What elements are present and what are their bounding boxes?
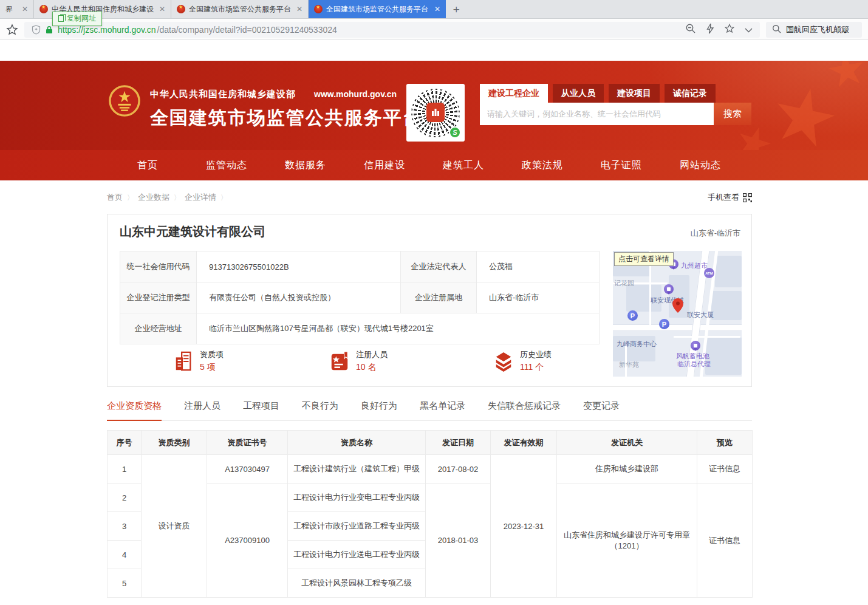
emblem-favicon-icon bbox=[177, 5, 185, 13]
stat-qualifications[interactable]: 资质项 5 项 bbox=[173, 349, 224, 373]
table-row: 统一社会信用代码 91371302675501022B 企业法定代表人 公茂福 bbox=[120, 251, 600, 282]
copy-url-tooltip: 复制网址 bbox=[52, 12, 102, 26]
tab-title: 界 bbox=[5, 4, 13, 15]
close-icon[interactable]: ✕ bbox=[22, 5, 28, 13]
nav-item-supervision-news[interactable]: 监管动态 bbox=[187, 159, 266, 172]
qualification-table: 序号 资质类别 资质证书号 资质名称 发证日期 发证有效期 发证机关 预览 1 … bbox=[107, 430, 753, 598]
nav-item-data-service[interactable]: 数据服务 bbox=[266, 159, 345, 172]
tab-blacklist[interactable]: 黑名单记录 bbox=[420, 400, 465, 420]
tab-dishonesty-records[interactable]: 失信联合惩戒记录 bbox=[488, 400, 561, 420]
reg-place-value: 山东省-临沂市 bbox=[477, 282, 600, 313]
seq-cell: 1 bbox=[108, 455, 142, 484]
col-validity: 发证有效期 bbox=[491, 431, 557, 455]
shield-icon[interactable] bbox=[32, 25, 41, 35]
close-icon[interactable]: ✕ bbox=[159, 5, 165, 13]
favorite-star-icon[interactable] bbox=[724, 23, 735, 36]
stat-value: 5 项 bbox=[200, 362, 224, 373]
qr-code: S bbox=[406, 84, 465, 142]
tab-registered-personnel[interactable]: 注册人员 bbox=[184, 400, 220, 420]
nav-item-site-news[interactable]: 网站动态 bbox=[661, 159, 740, 172]
qual-name-cell: 工程设计电力行业变电工程专业丙级 bbox=[288, 484, 426, 512]
certificate-info-link[interactable]: 证书信息 bbox=[697, 484, 753, 598]
certificate-info-link[interactable]: 证书信息 bbox=[697, 455, 753, 484]
address-label: 企业经营地址 bbox=[120, 313, 197, 344]
tab-good-behavior[interactable]: 良好行为 bbox=[361, 400, 397, 420]
company-region: 山东省-临沂市 bbox=[691, 228, 740, 239]
url-bar[interactable]: https://jzsc.mohurd.gov.cn/data/company/… bbox=[24, 22, 760, 38]
close-icon[interactable]: ✕ bbox=[434, 5, 440, 13]
qr-center-logo-icon bbox=[426, 103, 445, 122]
tab-bad-behavior[interactable]: 不良行为 bbox=[302, 400, 338, 420]
map-label: 联安大厦 bbox=[687, 310, 714, 320]
tab-projects[interactable]: 工程项目 bbox=[243, 400, 279, 420]
company-stats: 资质项 5 项 注册人员 10 名 bbox=[120, 349, 599, 378]
search-icon bbox=[772, 24, 781, 35]
browser-toolbar: https://jzsc.mohurd.gov.cn/data/company/… bbox=[0, 19, 868, 40]
breadcrumb-enterprise-detail[interactable]: 企业详情 bbox=[185, 192, 216, 203]
map-label: ATM bbox=[705, 272, 713, 275]
col-seq: 序号 bbox=[108, 431, 142, 455]
company-info-table: 统一社会信用代码 91371302675501022B 企业法定代表人 公茂福 … bbox=[120, 251, 600, 344]
lightning-icon[interactable] bbox=[706, 23, 714, 36]
validity-cell: 2023-12-31 bbox=[491, 455, 557, 598]
reg-place-label: 企业注册属地 bbox=[401, 282, 477, 313]
nav-item-e-license[interactable]: 电子证照 bbox=[582, 159, 661, 172]
stat-label: 注册人员 bbox=[356, 349, 388, 360]
table-row: 1 设计资质 A137030497 工程设计建筑行业（建筑工程）甲级 2017-… bbox=[108, 455, 753, 484]
stat-history[interactable]: 历史业绩 111 个 bbox=[493, 349, 552, 373]
tab-qualification[interactable]: 企业资质资格 bbox=[107, 400, 162, 421]
map-label: 记花园 bbox=[614, 279, 634, 288]
national-emblem-icon bbox=[108, 84, 141, 121]
map-label: 九州超市 bbox=[681, 261, 708, 270]
map-label: 九峰商务中心 bbox=[617, 340, 657, 349]
issue-date-cell: 2018-01-03 bbox=[426, 484, 491, 598]
col-authority: 发证机关 bbox=[557, 431, 697, 455]
bookmark-star-icon[interactable] bbox=[6, 24, 18, 36]
map-road bbox=[613, 324, 742, 331]
col-category: 资质类别 bbox=[142, 431, 207, 455]
building-pin-icon bbox=[664, 284, 674, 294]
browser-tab-partial[interactable]: 界 ✕ bbox=[0, 0, 34, 18]
chevron-down-icon[interactable] bbox=[745, 25, 753, 35]
zoom-out-icon[interactable] bbox=[685, 23, 696, 36]
map-label: P bbox=[630, 312, 635, 320]
qual-name-cell: 工程设计市政行业道路工程专业丙级 bbox=[288, 512, 426, 541]
qual-name-cell: 工程设计电力行业送电工程专业丙级 bbox=[288, 541, 426, 569]
company-location-marker-icon bbox=[672, 298, 683, 315]
authority-cell: 住房和城乡建设部 bbox=[557, 455, 697, 484]
nav-item-policy[interactable]: 政策法规 bbox=[503, 159, 582, 172]
browser-tab-jzsc-active[interactable]: 全国建筑市场监管公共服务平台 ✕ bbox=[309, 0, 446, 18]
mobile-view-label: 手机查看 bbox=[708, 192, 739, 203]
stat-registered-personnel[interactable]: 注册人员 10 名 bbox=[329, 349, 388, 373]
copy-url-label: 复制网址 bbox=[67, 13, 96, 24]
quick-search-box[interactable]: 国航回应飞机颠簸 bbox=[766, 22, 862, 38]
ministry-name: 中华人民共和国住房和城乡建设部 bbox=[150, 89, 296, 100]
nav-item-workers[interactable]: 建筑工人 bbox=[424, 159, 503, 172]
cert-no-cell: A137030497 bbox=[207, 455, 288, 484]
search-button[interactable]: 搜索 bbox=[714, 103, 751, 125]
map-label: P bbox=[662, 321, 666, 328]
browser-tab-jzsc-1[interactable]: 全国建筑市场监管公共服务平台 ✕ bbox=[171, 0, 309, 18]
search-tab-enterprise[interactable]: 建设工程企业 bbox=[480, 84, 548, 103]
nav-item-credit[interactable]: 信用建设 bbox=[345, 159, 424, 172]
search-tab-credit[interactable]: 诚信记录 bbox=[665, 84, 716, 103]
keyword-search-input[interactable] bbox=[480, 103, 714, 125]
breadcrumb-enterprise-data[interactable]: 企业数据 bbox=[138, 192, 169, 203]
map-preview[interactable]: 九州超市 ATM 记花园 联安现代城 联安大厦 P P 九峰商务中心 风帆蓄电池… bbox=[613, 251, 742, 377]
col-cert-no: 资质证书号 bbox=[207, 431, 288, 455]
tab-change-records[interactable]: 变更记录 bbox=[583, 400, 620, 420]
close-icon[interactable]: ✕ bbox=[296, 5, 302, 13]
emblem-favicon-icon bbox=[314, 5, 323, 13]
search-tab-personnel[interactable]: 从业人员 bbox=[553, 84, 604, 103]
nav-item-home[interactable]: 首页 bbox=[108, 159, 187, 172]
page-content: 首页〉 企业数据〉 企业详情〉 手机查看 山东中元建筑设计有限公司 山东省-临沂… bbox=[0, 180, 868, 598]
new-tab-button[interactable]: ＋ bbox=[446, 0, 466, 18]
breadcrumb: 首页〉 企业数据〉 企业详情〉 bbox=[107, 192, 227, 203]
mobile-view-button[interactable]: 手机查看 bbox=[708, 192, 752, 203]
search-tab-project[interactable]: 建设项目 bbox=[609, 84, 660, 103]
breadcrumb-home[interactable]: 首页 bbox=[107, 192, 123, 203]
browser-tabstrip: 界 ✕ 中华人民共和国住房和城乡建设 ✕ 全国建筑市场监管公共服务平台 ✕ 全国… bbox=[0, 0, 868, 19]
site-url: www.mohurd.gov.cn bbox=[314, 89, 397, 99]
reg-type-label: 企业登记注册类型 bbox=[120, 282, 197, 313]
building-icon bbox=[173, 350, 194, 372]
